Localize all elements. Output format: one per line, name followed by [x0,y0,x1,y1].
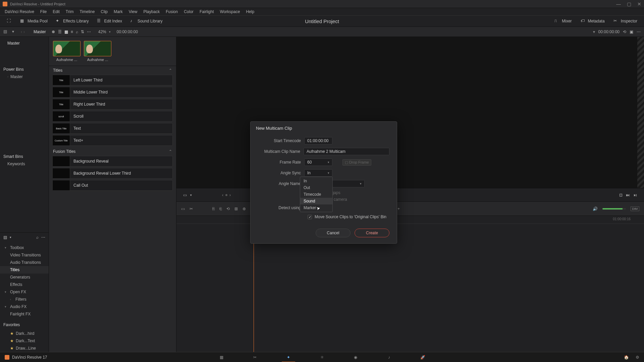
search-icon[interactable]: ⌕ [76,29,78,34]
fx-fairlight[interactable]: Fairlight FX [0,310,49,318]
settings-icon[interactable]: ⚙ [636,355,639,360]
edit-page-icon[interactable]: ✦ [285,355,292,360]
fx-openfx[interactable]: ▾Open FX [0,288,49,296]
viewer-menu-icon[interactable]: ▾ [190,193,192,197]
sound-library-button[interactable]: ♪Sound Library [127,17,165,25]
fit-icon[interactable]: ⊞ [234,206,238,211]
menu-app[interactable]: DaVinci Resolve [2,9,37,15]
inspector-button[interactable]: ✂Inspector [611,17,640,25]
create-button[interactable]: Create [355,229,389,237]
expand-icon[interactable]: ⛶ [4,17,15,25]
viewer-dropdown-icon[interactable]: ▾ [593,29,595,34]
dropdown-option-out[interactable]: Out [300,184,332,191]
sort-icon[interactable]: ⇅ [81,29,84,34]
zoom-in-icon[interactable]: + [397,206,400,211]
menu-edit[interactable]: Edit [50,9,62,15]
zoom-percent[interactable]: 42% [98,29,106,34]
fx-titles[interactable]: Titles [0,266,49,274]
bin-menu-icon[interactable]: ▾ [12,29,17,35]
smart-bins-header[interactable]: Smart Bins [3,153,45,160]
volume-icon[interactable]: 🔊 [593,206,598,211]
fusion-titles-header[interactable]: Fusion Titles⌃ [49,147,176,156]
dual-view-icon[interactable]: ▣ [630,29,633,34]
go-last-icon[interactable]: ⏯ [633,193,637,197]
power-bin-master[interactable]: ›Master [3,73,45,80]
menu-clip[interactable]: Clip [98,9,110,15]
selection-tool-icon[interactable]: ▭ [181,206,185,211]
overwrite-icon[interactable]: ⎗ [219,206,222,211]
fav-item-2[interactable]: ★Dark...Text [0,337,49,345]
favorites-header[interactable]: Favorites [0,320,49,330]
fx-filters[interactable]: ›Filters [0,296,49,303]
dim-button[interactable]: DIM [631,206,640,211]
fx-more-icon[interactable]: ⋯ [41,235,45,240]
fusion-title-item[interactable]: Call Out [52,180,173,191]
prev-clip-icon[interactable]: ‹ [222,193,223,197]
cancel-button[interactable]: Cancel [316,229,351,237]
mixer-button[interactable]: ⎍Mixer [552,17,574,25]
viewer-mode-icon[interactable]: ▭ [183,193,187,197]
frame-rate-select[interactable]: 60▾ [304,159,332,166]
fairlight-page-icon[interactable]: ♪ [386,355,392,360]
deliver-page-icon[interactable]: 🚀 [419,355,426,360]
titles-header[interactable]: Titles⌃ [49,66,176,75]
title-item[interactable]: TitleRight Lower Third [52,99,173,110]
more-icon-r[interactable]: ⋯ [637,29,641,34]
menu-timeline[interactable]: Timeline [77,9,97,15]
volume-slider[interactable] [602,208,626,209]
effects-library-button[interactable]: ✦Effects Library [53,17,91,25]
menu-workspace[interactable]: Workspace [217,9,243,15]
more-icon[interactable]: ⋯ [87,29,91,34]
strip-view-icon[interactable]: ≡ [71,29,73,34]
close-icon[interactable]: ✕ [637,1,641,7]
fx-audio-transitions[interactable]: Audio Transitions [0,259,49,266]
title-item[interactable]: TitleLeft Lower Third [52,75,173,85]
power-bins-header[interactable]: Power Bins [3,66,45,73]
clip-thumb[interactable]: Aufnahme ... [84,41,111,62]
menu-fusion[interactable]: Fusion [163,9,180,15]
insert-icon[interactable]: ⎘ [212,206,215,211]
fx-video-transitions[interactable]: Video Transitions [0,251,49,259]
menu-trim[interactable]: Trim [63,9,76,15]
fx-menu-icon[interactable]: ▾ [10,236,11,239]
menu-file[interactable]: File [38,9,49,15]
fx-audiofx[interactable]: ▾Audio FX [0,303,49,310]
bin-master[interactable]: Master [3,40,45,47]
fx-view-icon[interactable]: ▤ [3,235,7,240]
sync-icon[interactable]: ⟲ [623,29,626,34]
cut-page-icon[interactable]: ✂ [252,355,258,360]
nav-arrows[interactable]: ‹› [21,29,25,34]
title-item[interactable]: Basic TitleText [52,123,173,134]
zoom-caret[interactable]: ▾ [109,30,111,34]
fusion-title-item[interactable]: Background Reveal Lower Third [52,168,173,179]
start-tc-input[interactable]: 01:00:00:00 [304,137,332,144]
fav-item-1[interactable]: ★Dark...hird [0,330,49,337]
color-page-icon[interactable]: ◉ [352,355,359,360]
bin-view-icon[interactable]: ▤ [3,29,9,35]
clip-name-input[interactable]: Aufnahme 2 Multicam [304,148,389,155]
title-item[interactable]: Custom TitleText+ [52,135,173,146]
timeline[interactable]: 01:00:00:16 [176,216,644,352]
fusion-title-item[interactable]: Background Reveal [52,156,173,167]
next-clip-icon[interactable]: › [229,193,231,197]
fx-generators[interactable]: Generators [0,274,49,281]
dropdown-option-sound[interactable]: Sound [300,198,332,204]
media-pool-button[interactable]: ▦Media Pool [17,17,50,25]
menu-view[interactable]: View [126,9,140,15]
clip-thumb[interactable]: Aufnahme ... [53,41,80,62]
blade-tool-icon[interactable]: ✂ [190,206,193,211]
maximize-icon[interactable]: ▢ [627,1,631,7]
edit-index-button[interactable]: ☰Edit Index [94,17,125,25]
list-view-icon[interactable]: ☰ [58,29,62,34]
fx-toolbox[interactable]: ▾Toolbox [0,244,49,251]
minimize-icon[interactable]: — [616,1,621,7]
metadata-button[interactable]: 🏷Metadata [578,17,607,25]
fx-search-icon[interactable]: ⌕ [36,235,39,240]
smart-bin-keywords[interactable]: Keywords [3,160,45,168]
menu-mark[interactable]: Mark [111,9,125,15]
move-clips-checkbox-row[interactable]: ✓ Move Source Clips to 'Original Clips' … [258,215,389,219]
replace-icon[interactable]: ⟲ [226,206,230,211]
title-item[interactable]: TitleMiddle Lower Third [52,87,173,98]
match-frame-icon[interactable]: ⊡ [619,193,623,197]
fx-effects[interactable]: Effects [0,281,49,288]
